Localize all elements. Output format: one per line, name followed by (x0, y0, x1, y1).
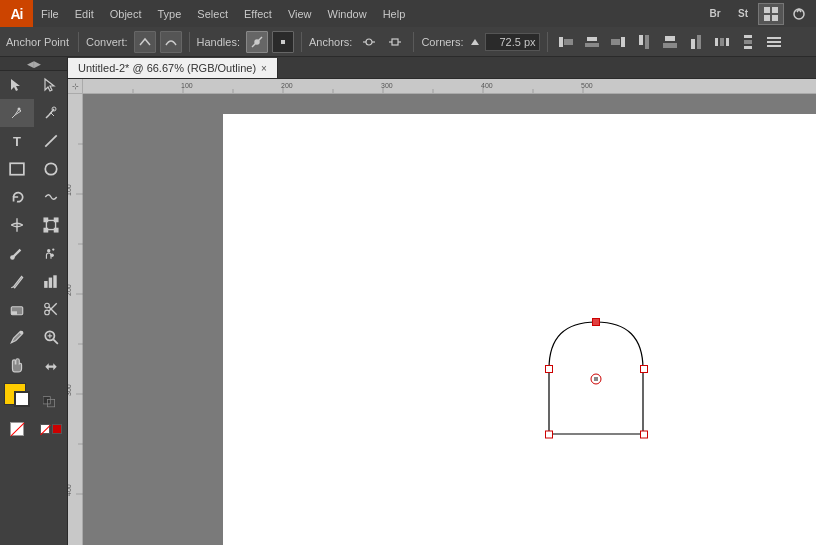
svg-rect-30 (715, 38, 718, 46)
anchor-top[interactable] (593, 319, 600, 326)
svg-rect-36 (767, 37, 781, 39)
toolbox-inner: T (0, 71, 67, 545)
svg-rect-55 (54, 218, 57, 221)
svg-rect-38 (767, 45, 781, 47)
corners-up-arrow[interactable] (470, 37, 480, 47)
symbol-sprayer-btn[interactable] (34, 239, 68, 267)
svg-rect-34 (744, 40, 752, 44)
document-tab[interactable]: Untitled-2* @ 66.67% (RGB/Outline) × (68, 58, 278, 78)
handles-btn2[interactable] (272, 31, 294, 53)
anchor-point-tool-btn[interactable] (34, 99, 68, 127)
align-right-btn[interactable] (607, 31, 629, 53)
convert-corner-btn[interactable] (134, 31, 156, 53)
color-mode-btns[interactable] (34, 387, 68, 415)
distribute-v-btn[interactable] (737, 31, 759, 53)
arch-shape[interactable] (541, 314, 651, 444)
swap-colors-btn[interactable] (34, 351, 68, 387)
type-tool-btn[interactable]: T (0, 127, 34, 155)
menu-window[interactable]: Window (320, 0, 375, 27)
ruler-corner: ⊹ (72, 82, 79, 91)
menu-effect[interactable]: Effect (236, 0, 280, 27)
eraser-tool-btn[interactable] (0, 295, 34, 323)
corners-value-input[interactable] (485, 33, 540, 51)
grid-icon[interactable] (758, 3, 784, 25)
stock-icon[interactable]: St (730, 3, 756, 25)
handles-btn1[interactable] (246, 31, 268, 53)
menu-view[interactable]: View (280, 0, 320, 27)
svg-rect-18 (559, 37, 563, 47)
svg-rect-23 (611, 39, 620, 45)
color-none-btn[interactable] (0, 415, 34, 443)
select-tool-btn[interactable] (0, 71, 34, 99)
tab-bar: Untitled-2* @ 66.67% (RGB/Outline) × (68, 57, 816, 79)
fill-swatch[interactable] (0, 379, 34, 415)
arrange-icon[interactable] (786, 3, 812, 25)
menu-edit[interactable]: Edit (67, 0, 102, 27)
bridge-icon[interactable]: Br (702, 3, 728, 25)
rectangle-tool-btn[interactable] (0, 155, 34, 183)
direct-select-btn[interactable] (34, 71, 68, 99)
top-right-icons: Br St (702, 3, 816, 25)
svg-rect-2 (764, 15, 770, 21)
column-graph-btn[interactable] (34, 267, 68, 295)
align-bottom-btn[interactable] (685, 31, 707, 53)
pencil-tool-btn[interactable] (0, 267, 34, 295)
ellipse-tool-btn[interactable] (34, 155, 68, 183)
svg-rect-28 (691, 39, 695, 49)
svg-rect-1 (772, 7, 778, 13)
menu-file[interactable]: File (33, 0, 67, 27)
distribute-h-btn[interactable] (711, 31, 733, 53)
svg-rect-14 (392, 39, 398, 45)
svg-rect-20 (587, 37, 597, 41)
rotate-tool-btn[interactable] (0, 183, 34, 211)
hand-tool-btn[interactable] (0, 351, 34, 379)
svg-rect-54 (44, 218, 47, 221)
convert-smooth-btn[interactable] (160, 31, 182, 53)
svg-rect-3 (772, 15, 778, 21)
anchor-left[interactable] (546, 366, 553, 373)
anchor-right[interactable] (641, 366, 648, 373)
free-transform-btn[interactable] (34, 211, 68, 239)
align-top-btn[interactable] (633, 31, 655, 53)
svg-rect-62 (49, 278, 52, 288)
svg-rect-27 (663, 43, 677, 48)
svg-line-69 (53, 339, 58, 344)
align-center-h-btn[interactable] (581, 31, 603, 53)
scissors-tool-btn[interactable] (34, 295, 68, 323)
menu-object[interactable]: Object (102, 0, 150, 27)
menu-select[interactable]: Select (189, 0, 236, 27)
svg-text:400: 400 (68, 484, 72, 496)
ruler-horizontal: 100 200 300 400 500 (83, 79, 816, 93)
canvas-area: Untitled-2* @ 66.67% (RGB/Outline) × ⊹ (68, 57, 816, 545)
warp-tool-btn[interactable] (34, 183, 68, 211)
anchors-btn2[interactable] (384, 31, 406, 53)
none-color-btn2[interactable] (34, 415, 68, 443)
canvas-scroll[interactable] (83, 94, 816, 545)
canvas-with-ruler: 100 200 300 400 (68, 94, 816, 545)
svg-point-40 (18, 108, 21, 111)
zoom-tool-btn[interactable] (34, 323, 68, 351)
anchors-btn1[interactable] (358, 31, 380, 53)
paintbrush-tool-btn[interactable] (0, 239, 34, 267)
tab-close-btn[interactable]: × (261, 63, 267, 74)
svg-marker-48 (45, 79, 54, 91)
svg-text:500: 500 (581, 82, 593, 89)
svg-text:100: 100 (68, 184, 72, 196)
more-options-btn[interactable] (763, 31, 785, 53)
anchor-bottom-right[interactable] (641, 431, 648, 438)
svg-rect-72 (43, 397, 50, 404)
pen-tool-btn[interactable] (0, 99, 34, 127)
anchor-bottom-left[interactable] (546, 431, 553, 438)
menu-help[interactable]: Help (375, 0, 414, 27)
width-tool-btn[interactable] (0, 211, 34, 239)
sep1 (78, 32, 79, 52)
line-tool-btn[interactable] (34, 127, 68, 155)
toolbox-collapse[interactable]: ◀▶ (27, 59, 41, 69)
align-left-btn[interactable] (555, 31, 577, 53)
eyedropper-tool-btn[interactable] (0, 323, 34, 351)
menu-type[interactable]: Type (150, 0, 190, 27)
svg-point-47 (20, 331, 23, 334)
svg-text:300: 300 (381, 82, 393, 89)
svg-point-58 (47, 249, 50, 252)
align-middle-btn[interactable] (659, 31, 681, 53)
